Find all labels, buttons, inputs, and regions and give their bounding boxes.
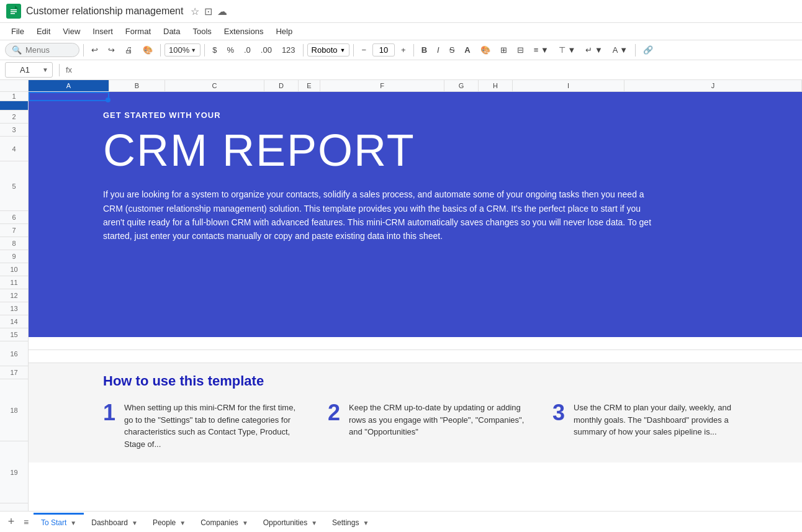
tab-opportunities[interactable]: Opportunities ▼ [256, 513, 325, 531]
col-header-d[interactable]: D [264, 80, 299, 91]
tab-dashboard-arrow[interactable]: ▼ [132, 520, 138, 526]
search-input[interactable] [25, 45, 63, 55]
menu-file[interactable]: File [6, 24, 29, 38]
banner-title: CRM REPORT [103, 126, 752, 175]
blue-section: GET STARTED WITH YOUR CRM REPORT If you … [29, 92, 802, 337]
row-numbers: 1 2 3 4 5 6 7 8 9 10 11 12 13 14 15 16 1… [0, 92, 29, 511]
tab-people-arrow[interactable]: ▼ [179, 520, 186, 526]
formula-input[interactable] [77, 65, 797, 74]
fill-color-button[interactable]: 🎨 [477, 43, 494, 56]
row-19-num: 19 [0, 441, 28, 503]
tab-people[interactable]: People ▼ [145, 513, 193, 531]
tab-companies[interactable]: Companies ▼ [193, 513, 256, 531]
link-button[interactable]: 🔗 [639, 43, 657, 56]
paint-format-button[interactable]: 🎨 [139, 43, 156, 56]
zoom-control[interactable]: 100% ▼ [164, 43, 200, 56]
merge-cells-button[interactable]: ⊟ [513, 43, 528, 56]
font-size-box[interactable]: 10 [372, 43, 395, 56]
row-6-num: 6 [0, 211, 28, 224]
menu-tools[interactable]: Tools [187, 24, 216, 38]
instructions-grid: 1 When setting up this mini-CRM for the … [103, 402, 752, 450]
col-header-b[interactable]: B [109, 80, 165, 91]
menus-search[interactable]: 🔍 [5, 43, 79, 57]
row-10-num: 10 [0, 263, 28, 276]
banner-subtitle: GET STARTED WITH YOUR [103, 110, 752, 120]
wrap-button[interactable]: ↵ ▼ [582, 43, 606, 56]
undo-button[interactable]: ↩ [88, 43, 102, 56]
add-sheet-button[interactable]: + [4, 515, 19, 530]
app-title: Customer relationship management [26, 6, 183, 17]
tab-settings[interactable]: Settings ▼ [325, 513, 376, 531]
folder-icon[interactable]: ⊡ [204, 6, 212, 17]
text-color-a: A [464, 45, 470, 55]
zoom-arrow: ▼ [191, 47, 196, 53]
row-14-num: 14 [0, 315, 28, 328]
percent-button[interactable]: % [223, 43, 238, 56]
cell-ref-dropdown-icon[interactable]: ▼ [42, 66, 48, 73]
tab-opportunities-arrow[interactable]: ▼ [311, 520, 317, 526]
col-header-i[interactable]: I [513, 80, 624, 91]
decimal-increase-button[interactable]: .00 [257, 43, 276, 56]
col-header-e[interactable]: E [299, 80, 320, 91]
cell-reference: A1 [9, 64, 40, 76]
text-color-button[interactable]: A [461, 43, 474, 56]
col-header-g[interactable]: G [444, 80, 479, 91]
banner-description: If you are looking for a system to organ… [103, 187, 662, 243]
fill-icon: 🎨 [480, 45, 490, 55]
col-header-c[interactable]: C [165, 80, 264, 91]
row-num-header [0, 80, 29, 91]
star-icon[interactable]: ☆ [191, 6, 199, 17]
instructions-title: How to use this template [103, 373, 752, 389]
empty-rows-14-15 [29, 337, 802, 363]
strikethrough-button[interactable]: S [446, 43, 459, 56]
borders-button[interactable]: ⊞ [497, 43, 511, 56]
font-arrow: ▼ [340, 47, 346, 53]
col-header-a[interactable]: A [29, 80, 109, 91]
search-icon: 🔍 [12, 45, 22, 55]
menu-edit[interactable]: Edit [32, 24, 55, 38]
font-increase-button[interactable]: + [397, 43, 410, 56]
italic-button[interactable]: I [433, 43, 443, 56]
font-decrease-button[interactable]: − [358, 43, 370, 56]
tab-dashboard[interactable]: Dashboard ▼ [84, 513, 145, 531]
blue-banner: GET STARTED WITH YOUR CRM REPORT If you … [29, 92, 802, 337]
currency-button[interactable]: $ [209, 43, 220, 56]
menu-data[interactable]: Data [158, 24, 185, 38]
tab-to-start[interactable]: To Start ▼ [34, 513, 84, 531]
menu-view[interactable]: View [58, 24, 85, 38]
menu-insert[interactable]: Insert [88, 24, 118, 38]
row-18-num: 18 [0, 379, 28, 441]
sheet-list-button[interactable]: ≡ [19, 515, 34, 530]
menu-extensions[interactable]: Extensions [219, 24, 269, 38]
row-8-num: 8 [0, 237, 28, 250]
print-button[interactable]: 🖨 [121, 43, 137, 56]
valign-button[interactable]: ⊤ ▼ [555, 43, 579, 56]
col-header-j[interactable]: J [624, 80, 802, 91]
col-header-f[interactable]: F [320, 80, 444, 91]
svg-rect-2 [11, 11, 17, 12]
redo-button[interactable]: ↪ [104, 43, 119, 56]
row-15-num: 15 [0, 328, 28, 341]
text-rotation-button[interactable]: A ▼ [609, 43, 631, 56]
decimal-decrease-button[interactable]: .0 [240, 43, 255, 56]
cloud-icon[interactable]: ☁ [217, 6, 227, 17]
formula-divider [59, 64, 60, 76]
menu-help[interactable]: Help [271, 24, 297, 38]
menu-format[interactable]: Format [120, 24, 156, 38]
row-9-num: 9 [0, 250, 28, 263]
tab-settings-arrow[interactable]: ▼ [363, 520, 369, 526]
instruction-text-2: Keep the CRM up-to-date by updating or a… [349, 402, 528, 450]
bold-button[interactable]: B [418, 43, 431, 56]
row-17-num: 17 [0, 366, 28, 379]
col-header-h[interactable]: H [479, 80, 513, 91]
number-format-button[interactable]: 123 [278, 43, 299, 56]
tab-companies-arrow[interactable]: ▼ [242, 520, 248, 526]
divider-7 [635, 44, 636, 56]
align-button[interactable]: ≡ ▼ [530, 43, 552, 56]
instruction-item-1: 1 When setting up this mini-CRM for the … [103, 402, 303, 450]
main-content: A B C D E F G H I J 1 2 3 4 5 6 7 8 [0, 80, 802, 511]
sheets-icon [6, 4, 21, 19]
divider-2 [160, 44, 161, 56]
font-family-select[interactable]: Roboto ▼ [307, 43, 350, 56]
tab-to-start-arrow[interactable]: ▼ [70, 520, 76, 526]
